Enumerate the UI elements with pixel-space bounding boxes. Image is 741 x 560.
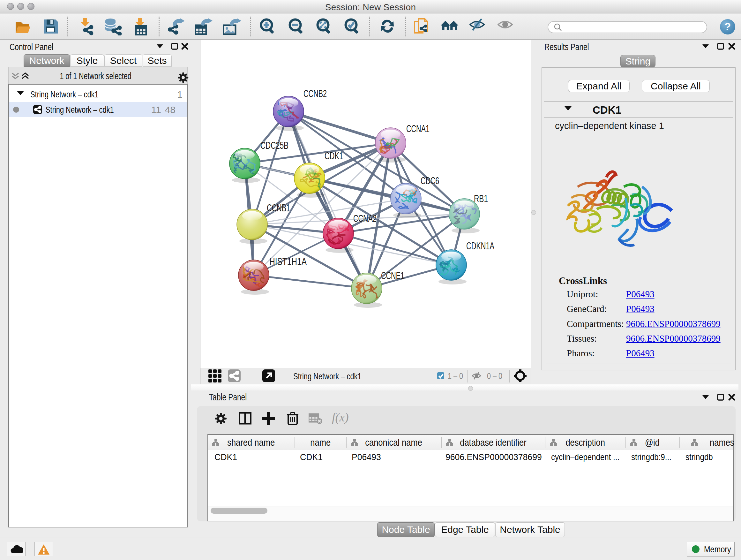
svg-text:CDKN1A: CDKN1A [466,240,494,252]
svg-text:CCNE1: CCNE1 [381,270,404,281]
svg-text:CCNA1: CCNA1 [406,123,429,134]
svg-text:CCNA2: CCNA2 [353,213,377,224]
svg-text:CDC6: CDC6 [421,175,439,186]
svg-text:CCNB1: CCNB1 [267,202,290,213]
svg-text:RB1: RB1 [474,193,488,204]
svg-text:CDK1: CDK1 [325,150,343,162]
svg-text:CCNB2: CCNB2 [304,88,327,99]
svg-text:?: ? [724,20,731,33]
svg-text:HIST1H1A: HIST1H1A [269,256,307,267]
svg-text:CDC25B: CDC25B [260,140,288,151]
